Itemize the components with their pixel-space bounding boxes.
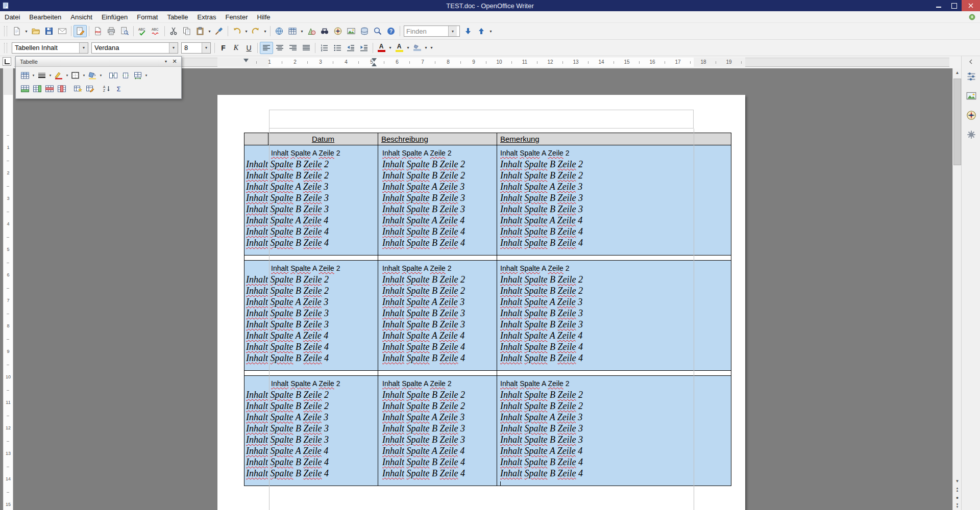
table-header-cell-bemerkung[interactable]: Bemerkung (497, 133, 731, 145)
left-indent-marker-top[interactable] (372, 58, 377, 62)
text-line[interactable]: Inhalt Spalte B Zeile 3 (497, 423, 731, 434)
email-button[interactable] (56, 25, 69, 37)
font-size-dropdown-icon[interactable]: ▾ (202, 43, 210, 53)
text-line[interactable]: Inhalt Spalte B Zeile 2 (378, 170, 497, 181)
edit-mode-button[interactable] (74, 25, 87, 37)
font-size-combobox[interactable]: 8 ▾ (181, 42, 211, 54)
highlight-button[interactable]: A (393, 42, 405, 54)
italic-button[interactable]: K (230, 42, 242, 54)
update-notification-icon[interactable] (967, 12, 977, 22)
redo-dropdown-icon[interactable]: ▾ (262, 25, 268, 37)
page[interactable]: Datum Beschreibung Bemerkung Inhalt Spal… (217, 95, 745, 510)
split-cells-button[interactable] (119, 70, 132, 81)
find-previous-button[interactable] (475, 25, 488, 37)
paragraph-style-dropdown-icon[interactable]: ▾ (79, 43, 88, 53)
text-line[interactable]: Inhalt Spalte B Zeile 4 (378, 237, 497, 248)
scroll-down-icon[interactable]: ▼ (953, 477, 962, 486)
menu-item-hilfe[interactable]: Hilfe (253, 12, 275, 22)
find-next-button[interactable] (461, 25, 475, 37)
text-line[interactable]: Inhalt Spalte A Zeile 4 (378, 445, 497, 456)
tabelle-toolbar-options-icon[interactable]: ▾ (162, 59, 170, 64)
bullet-list-button[interactable] (331, 42, 344, 54)
text-line[interactable]: Inhalt Spalte A Zeile 4 (244, 445, 378, 456)
text-line[interactable]: Inhalt Spalte B Zeile 4 (378, 341, 497, 352)
text-line[interactable]: Inhalt Spalte B Zeile 2 (497, 285, 731, 296)
align-left-button[interactable] (260, 42, 273, 54)
table-background-color-button[interactable] (86, 70, 99, 81)
text-line[interactable]: Inhalt Spalte B Zeile 4 (244, 468, 378, 479)
empty-text-line[interactable] (497, 479, 731, 486)
text-line[interactable]: Inhalt Spalte A Zeile 2 (497, 147, 731, 159)
line-style-button[interactable] (36, 70, 48, 81)
copy-button[interactable] (180, 25, 193, 37)
text-line[interactable]: Inhalt Spalte A Zeile 3 (244, 181, 378, 192)
scrollbar-thumb[interactable] (953, 79, 961, 165)
text-line[interactable]: Inhalt Spalte B Zeile 4 (497, 456, 731, 468)
hyperlink-button[interactable] (273, 25, 286, 37)
vertical-ruler[interactable]: 123456789101112131415 (3, 68, 13, 510)
text-line[interactable]: Inhalt Spalte A Zeile 2 (497, 378, 731, 389)
open-button[interactable] (29, 25, 42, 37)
title-bar[interactable]: TEST.doc - OpenOffice Writer (0, 0, 980, 11)
delete-column-button[interactable] (56, 83, 68, 94)
text-line[interactable]: Inhalt Spalte A Zeile 2 (497, 263, 731, 274)
delete-row-button[interactable] (43, 83, 56, 94)
text-line[interactable]: Inhalt Spalte B Zeile 3 (497, 319, 731, 330)
text-line[interactable]: Inhalt Spalte B Zeile 3 (378, 434, 497, 445)
sort-button[interactable]: AZ (101, 83, 113, 94)
menu-item-bearbeiten[interactable]: Bearbeiten (24, 12, 66, 22)
table-properties-button[interactable] (84, 83, 96, 94)
text-line[interactable]: Inhalt Spalte A Zeile 3 (378, 181, 497, 192)
text-line[interactable]: Inhalt Spalte B Zeile 3 (378, 203, 497, 215)
table-background-dropdown-icon[interactable]: ▾ (99, 70, 103, 81)
spellcheck-button[interactable]: ABC (136, 25, 149, 37)
menu-item-datei[interactable]: Datei (0, 12, 24, 22)
text-line[interactable]: Inhalt Spalte B Zeile 2 (244, 389, 378, 400)
menu-item-tabelle[interactable]: Tabelle (162, 12, 192, 22)
paste-button[interactable] (193, 25, 207, 37)
text-line[interactable]: Inhalt Spalte B Zeile 4 (244, 226, 378, 237)
font-name-dropdown-icon[interactable]: ▾ (169, 43, 178, 53)
document-canvas[interactable]: Datum Beschreibung Bemerkung Inhalt Spal… (14, 68, 952, 510)
find-replace-button[interactable] (318, 25, 331, 37)
text-line[interactable]: Inhalt Spalte B Zeile 4 (378, 468, 497, 479)
previous-page-button[interactable]: ▲▲ (953, 486, 962, 494)
optimize-button[interactable] (132, 70, 144, 81)
next-page-button[interactable]: ▼▼ (953, 502, 962, 510)
new-document-dropdown-icon[interactable]: ▾ (23, 25, 29, 37)
border-color-button[interactable] (53, 70, 65, 81)
pdf-export-button[interactable]: PDF (91, 25, 105, 37)
text-line[interactable]: Inhalt Spalte A Zeile 4 (497, 445, 731, 456)
table-header-cell-empty[interactable] (244, 133, 268, 145)
text-line[interactable]: Inhalt Spalte B Zeile 4 (244, 456, 378, 468)
table-cell[interactable]: Inhalt Spalte A Zeile 2Inhalt Spalte B Z… (497, 145, 731, 255)
data-sources-button[interactable] (358, 25, 371, 37)
page-preview-button[interactable] (118, 25, 131, 37)
table-cell[interactable]: Inhalt Spalte A Zeile 2Inhalt Spalte B Z… (244, 376, 378, 486)
undo-dropdown-icon[interactable]: ▾ (243, 25, 249, 37)
text-line[interactable]: Inhalt Spalte B Zeile 2 (497, 389, 731, 400)
document-table[interactable]: Datum Beschreibung Bemerkung Inhalt Spal… (244, 133, 731, 486)
text-line[interactable]: Inhalt Spalte B Zeile 4 (497, 468, 731, 479)
maximize-button[interactable] (946, 0, 962, 11)
numbered-list-button[interactable] (317, 42, 331, 54)
gallery-button[interactable] (345, 25, 358, 37)
border-color-dropdown-icon[interactable]: ▾ (65, 70, 69, 81)
text-line[interactable]: Inhalt Spalte A Zeile 3 (497, 181, 731, 192)
find-input[interactable] (404, 28, 448, 35)
font-color-button[interactable]: A (375, 42, 387, 54)
zoom-button[interactable] (371, 25, 384, 37)
text-line[interactable]: Inhalt Spalte B Zeile 3 (497, 308, 731, 319)
autoformat-button[interactable] (72, 83, 84, 94)
text-line[interactable]: Inhalt Spalte B Zeile 2 (378, 285, 497, 296)
cut-button[interactable] (167, 25, 180, 37)
line-style-dropdown-icon[interactable]: ▾ (48, 70, 53, 81)
text-line[interactable]: Inhalt Spalte A Zeile 4 (244, 330, 378, 341)
table-dropdown-icon[interactable]: ▾ (31, 70, 36, 81)
close-button[interactable] (962, 0, 980, 11)
table-cell[interactable]: Inhalt Spalte A Zeile 2Inhalt Spalte B Z… (378, 145, 497, 255)
text-line[interactable]: Inhalt Spalte B Zeile 3 (378, 308, 497, 319)
text-line[interactable]: Inhalt Spalte B Zeile 2 (378, 274, 497, 285)
text-line[interactable]: Inhalt Spalte A Zeile 3 (497, 296, 731, 308)
text-line[interactable]: Inhalt Spalte B Zeile 4 (378, 352, 497, 364)
